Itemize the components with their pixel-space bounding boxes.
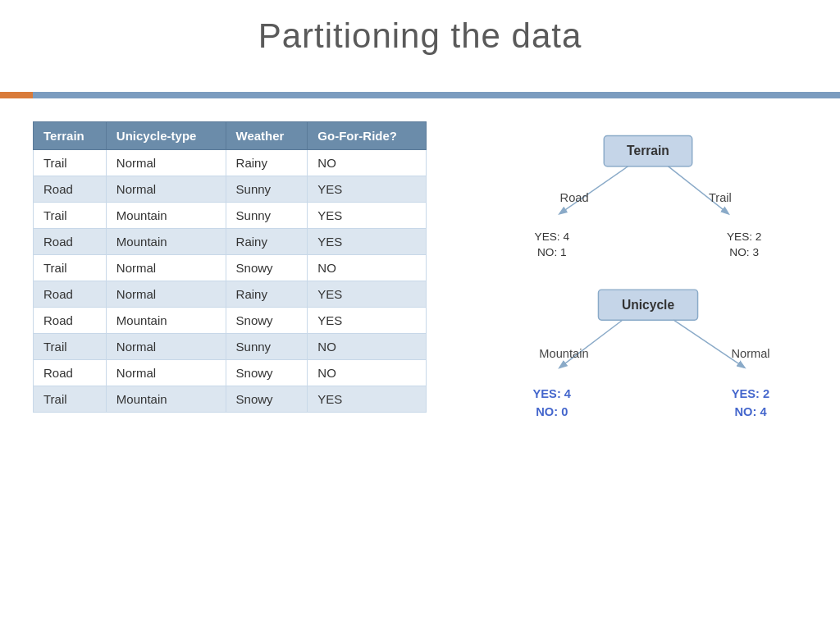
table-cell: Normal <box>106 360 226 386</box>
table-cell: Normal <box>106 281 226 308</box>
trail-no: NO: 3 <box>729 246 759 258</box>
arrow-unicycle-normal <box>673 320 744 368</box>
table-row: RoadMountainSnowyYES <box>34 308 427 334</box>
table-cell: NO <box>308 255 427 281</box>
tree-svg: Terrain Road Trail YES: 4 NO: 1 YES: 2 N… <box>476 121 820 466</box>
branch-trail-label: Trail <box>709 191 732 204</box>
table-cell: Normal <box>106 334 226 360</box>
road-no: NO: 1 <box>537 246 567 258</box>
branch-normal-label: Normal <box>731 347 769 360</box>
table-cell: Mountain <box>106 308 226 334</box>
table-cell: Normal <box>106 255 226 281</box>
table-header-row: Terrain Unicycle-type Weather Go-For-Rid… <box>34 122 427 150</box>
table-cell: Trail <box>34 334 107 360</box>
table-row: RoadNormalSnowyNO <box>34 360 427 386</box>
table-cell: Mountain <box>106 386 226 413</box>
table-cell: NO <box>308 334 427 360</box>
table-cell: Trail <box>34 386 107 413</box>
table-cell: YES <box>308 229 427 255</box>
table-cell: Trail <box>34 150 107 176</box>
table-cell: Road <box>34 176 107 203</box>
arrow-unicycle-mountain <box>560 320 623 368</box>
table-cell: Mountain <box>106 203 226 229</box>
table-cell: YES <box>308 176 427 203</box>
col-header-unicycle: Unicycle-type <box>106 122 226 150</box>
table-row: TrailNormalRainyNO <box>34 150 427 176</box>
table-cell: Sunny <box>226 334 308 360</box>
accent-bar-orange <box>0 92 33 98</box>
table-cell: Trail <box>34 255 107 281</box>
table-cell: NO <box>308 360 427 386</box>
table-cell: YES <box>308 386 427 413</box>
table-row: TrailMountainSnowyYES <box>34 386 427 413</box>
table-row: RoadNormalRainyYES <box>34 281 427 308</box>
table-cell: Normal <box>106 150 226 176</box>
branch-road-label: Road <box>560 191 589 204</box>
table-cell: Road <box>34 360 107 386</box>
table-cell: Snowy <box>226 308 308 334</box>
col-header-terrain: Terrain <box>34 122 107 150</box>
arrow-terrain-trail <box>668 167 728 214</box>
table-row: TrailNormalSunnyNO <box>34 334 427 360</box>
table-cell: Normal <box>106 176 226 203</box>
accent-bar <box>0 92 840 98</box>
table-cell: Road <box>34 229 107 255</box>
normal-no: NO: 4 <box>734 405 767 418</box>
table-cell: Sunny <box>226 176 308 203</box>
table-cell: Rainy <box>226 229 308 255</box>
table-cell: Road <box>34 281 107 308</box>
mountain-no: NO: 0 <box>536 405 568 418</box>
decision-tree: Terrain Road Trail YES: 4 NO: 1 YES: 2 N… <box>476 121 820 469</box>
terrain-node-label: Terrain <box>627 144 669 158</box>
table-cell: YES <box>308 281 427 308</box>
mountain-yes: YES: 4 <box>533 387 572 400</box>
table-cell: Sunny <box>226 203 308 229</box>
table-cell: Rainy <box>226 150 308 176</box>
table-cell: NO <box>308 150 427 176</box>
table-row: RoadMountainRainyYES <box>34 229 427 255</box>
table-cell: Snowy <box>226 386 308 413</box>
col-header-goforride: Go-For-Ride? <box>308 122 427 150</box>
table-row: TrailNormalSnowyNO <box>34 255 427 281</box>
normal-yes: YES: 2 <box>732 387 769 400</box>
table-cell: Mountain <box>106 229 226 255</box>
table-row: RoadNormalSunnyYES <box>34 176 427 203</box>
col-header-weather: Weather <box>226 122 308 150</box>
data-table-container: Terrain Unicycle-type Weather Go-For-Rid… <box>33 121 427 413</box>
table-cell: Rainy <box>226 281 308 308</box>
table-cell: Snowy <box>226 360 308 386</box>
table-row: TrailMountainSunnyYES <box>34 203 427 229</box>
road-yes: YES: 4 <box>535 231 570 243</box>
arrow-terrain-road <box>560 167 628 214</box>
table-cell: Snowy <box>226 255 308 281</box>
table-cell: YES <box>308 203 427 229</box>
trail-yes: YES: 2 <box>727 231 762 243</box>
branch-mountain-label: Mountain <box>539 347 588 360</box>
unicycle-node-label: Unicycle <box>622 298 675 312</box>
table-cell: YES <box>308 308 427 334</box>
page-title: Partitioning the data <box>0 16 840 56</box>
data-table: Terrain Unicycle-type Weather Go-For-Rid… <box>33 121 427 413</box>
accent-bar-blue <box>33 92 840 98</box>
table-cell: Trail <box>34 203 107 229</box>
table-cell: Road <box>34 308 107 334</box>
